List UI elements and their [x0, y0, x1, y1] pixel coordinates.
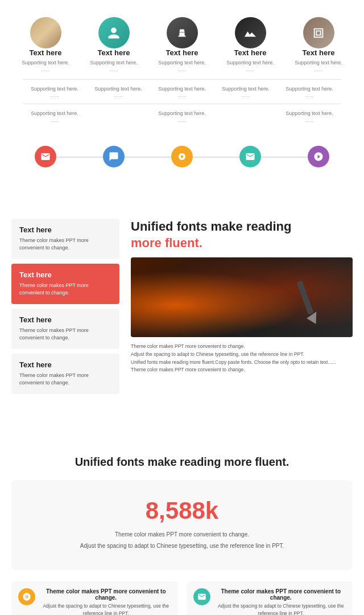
col-title-3: Text here: [166, 48, 198, 57]
icon-col-4: Text here Supporting text here. ......: [220, 17, 281, 72]
stats-card-1: Theme color makes PPT more convenient to…: [11, 581, 178, 615]
pen-illustration: [284, 274, 330, 331]
avatar-4: [235, 17, 266, 48]
icon-col-2: Text here Supporting text here. ......: [83, 17, 144, 72]
stats-number: 8,588k: [23, 497, 341, 524]
section-feature: Text here Theme color makes PPT more con…: [0, 196, 364, 410]
feature-left-panel: Text here Theme color makes PPT more con…: [11, 219, 119, 399]
support-row-2: Supporting text here. ...... Supporting …: [11, 80, 353, 104]
feature-card-2[interactable]: Text here Theme color makes PPT more con…: [11, 264, 119, 304]
spacer-2: [0, 410, 364, 433]
col-support-4: Supporting text here.: [226, 59, 274, 67]
timeline-icon-3[interactable]: [171, 146, 193, 167]
avatar-3: [167, 17, 198, 48]
col-support-5: Supporting text here.: [295, 59, 342, 67]
stats-card-icon-2: [193, 588, 210, 605]
col-dots-5: ......: [314, 67, 322, 72]
svg-rect-2: [297, 281, 314, 315]
stats-desc-1: Theme color makes PPT more convenient to…: [23, 530, 341, 539]
icon-col-3: Text here Supporting text here. ......: [151, 17, 213, 72]
support-row-3: Supporting text here. ...... Supporting …: [11, 104, 353, 129]
support-col-r3-5: Supporting text here. ......: [281, 110, 338, 123]
col-title-2: Text here: [98, 48, 130, 57]
stats-desc-2: Adjust the spacing to adapt to Chinese t…: [23, 542, 341, 551]
timeline-icon-5[interactable]: [308, 146, 329, 167]
support-col-r3-4: [217, 110, 275, 123]
col-support-1: Supporting text here.: [22, 59, 69, 67]
col-dots-2: ......: [109, 67, 118, 72]
support-col-r2-3: Supporting text here. ......: [154, 85, 211, 99]
svg-marker-3: [305, 312, 320, 327]
support-col-r2-4: Supporting text here. ......: [217, 85, 275, 99]
icon-col-5: Text here Supporting text here. ......: [288, 17, 349, 72]
feature-image: [131, 257, 353, 337]
support-col-r2-1: Supporting text here. ......: [26, 85, 84, 99]
col-dots-4: ......: [246, 67, 254, 72]
support-col-r2-5: Supporting text here. ......: [281, 85, 338, 99]
timeline-row: [0, 137, 364, 176]
stats-card-icon-1: [18, 588, 35, 605]
feature-right-panel: Unified fonts make reading more fluent. …: [131, 219, 353, 399]
avatar-2: [98, 17, 130, 48]
col-title-4: Text here: [234, 48, 267, 57]
support-col-r3-3: Supporting text here. ......: [154, 110, 211, 123]
col-dots-3: ......: [177, 67, 186, 72]
feature-card-4[interactable]: Text here Theme color makes PPT more con…: [11, 354, 119, 394]
feature-card-1[interactable]: Text here Theme color makes PPT more con…: [11, 219, 119, 259]
col-title-1: Text here: [30, 48, 62, 57]
icon-col-1: Text here Supporting text here. ......: [15, 17, 76, 72]
timeline-icon-2[interactable]: [103, 146, 125, 167]
svg-point-1: [181, 155, 184, 158]
stats-box: 8,588k Theme color makes PPT more conven…: [11, 480, 353, 570]
stats-card-2: Theme color makes PPT more convenient to…: [187, 581, 353, 615]
col-support-3: Supporting text here.: [158, 59, 206, 67]
col-dots-1: ......: [41, 67, 49, 72]
feature-subtitle: more fluent.: [131, 236, 353, 251]
avatar-5: [303, 17, 334, 48]
spacer-1: [0, 179, 364, 196]
support-col-r3-2: [90, 110, 147, 123]
support-col-r3-1: Supporting text here. ......: [26, 110, 84, 123]
chair-icon: [176, 27, 188, 39]
feature-card-3[interactable]: Text here Theme color makes PPT more con…: [11, 309, 119, 349]
section-icons: Text here Supporting text here. ...... T…: [0, 0, 364, 134]
col-support-2: Supporting text here.: [90, 59, 138, 67]
avatar-1: [30, 17, 61, 48]
person-icon: [107, 26, 121, 40]
timeline-icon-4[interactable]: [239, 146, 261, 167]
support-col-r2-2: Supporting text here. ......: [90, 85, 147, 99]
stats-cards: Theme color makes PPT more convenient to…: [11, 581, 353, 615]
stats-card-content-1: Theme color makes PPT more convenient to…: [41, 588, 171, 615]
stats-card-content-2: Theme color makes PPT more convenient to…: [216, 588, 346, 615]
stats-main-title: Unified fonts make reading more fluent.: [11, 456, 353, 469]
feature-description: Theme color makes PPT more convenient to…: [131, 343, 353, 374]
room-icon: [312, 27, 325, 39]
col-title-5: Text here: [303, 48, 335, 57]
icon-grid: Text here Supporting text here. ...... T…: [11, 17, 353, 72]
timeline-icon-1[interactable]: [35, 146, 56, 167]
landscape-icon: [244, 27, 257, 39]
feature-main-title: Unified fonts make reading: [131, 219, 353, 235]
section-stats: Unified fonts make reading more fluent. …: [0, 433, 364, 615]
